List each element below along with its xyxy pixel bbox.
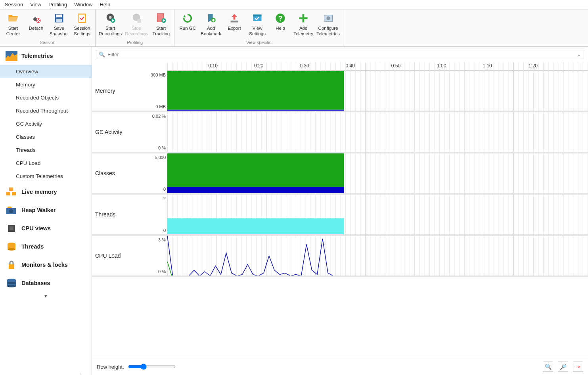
- sidebar-expand-arrow[interactable]: ▾: [0, 292, 92, 300]
- chart-row-classes[interactable]: Classes 5,0000: [92, 153, 588, 195]
- svg-rect-2: [56, 15, 62, 17]
- menu-help[interactable]: Help: [100, 2, 110, 8]
- help-icon: ?: [275, 13, 286, 24]
- svg-rect-9: [138, 19, 141, 23]
- fit-width-button[interactable]: ⇥: [573, 362, 583, 372]
- sidebar-section-databases[interactable]: Databases: [0, 274, 92, 292]
- sidebar-section-telemetries[interactable]: Telemetries: [0, 47, 92, 65]
- sidebar-item-cpu-load[interactable]: CPU Load: [0, 157, 92, 170]
- stop-record-icon: [131, 13, 142, 24]
- gear-icon: [323, 13, 334, 24]
- svg-rect-247: [167, 71, 344, 109]
- plug-disconnect-icon: [31, 13, 42, 24]
- toolbar-group-profiling: StartRecordings StopRecordings StartTrac…: [96, 10, 174, 46]
- help-button[interactable]: ?Help: [270, 11, 291, 38]
- y-max: 0.02 %: [147, 114, 166, 119]
- bookmark-add-icon: [205, 13, 216, 24]
- svg-point-19: [326, 16, 330, 20]
- record-icon: [105, 13, 116, 24]
- chart-row-gc-activity[interactable]: GC Activity 0.02 %0 %: [92, 112, 588, 153]
- start-center-button[interactable]: StartCenter: [2, 11, 24, 38]
- detach-button[interactable]: Detach: [25, 11, 47, 38]
- svg-rect-565: [167, 218, 344, 234]
- chart-row-threads[interactable]: Threads 20: [92, 195, 588, 236]
- clipboard-check-icon: [77, 13, 88, 24]
- add-bookmark-button[interactable]: AddBookmark: [200, 11, 222, 38]
- row-height-slider[interactable]: [128, 364, 176, 370]
- run-gc-button[interactable]: Run GC: [177, 11, 198, 38]
- sidebar-item-gc-activity[interactable]: GC Activity: [0, 117, 92, 130]
- svg-rect-21: [9, 188, 13, 191]
- svg-point-34: [7, 285, 16, 287]
- stop-recordings-button: StopRecordings: [124, 11, 149, 38]
- menu-window[interactable]: Window: [74, 2, 92, 8]
- session-settings-button[interactable]: SessionSettings: [71, 11, 93, 38]
- svg-point-25: [9, 209, 13, 213]
- content-area: 🔍 ⌄ 0:100:200:300:400:501:001:101:20 Mem…: [92, 47, 588, 375]
- sidebar-item-classes[interactable]: Classes: [0, 130, 92, 143]
- save-icon: [54, 13, 65, 24]
- sidebar-section-live-memory[interactable]: Live memory: [0, 183, 92, 201]
- cubes-icon: [6, 187, 17, 197]
- toolbar-group-view-specific: Run GC AddBookmark Export ViewSettings ?…: [174, 10, 343, 46]
- sidebar: Telemetries Overview Memory Recorded Obj…: [0, 47, 92, 375]
- sidebar-section-cpu-views[interactable]: CPU views: [0, 219, 92, 237]
- menubar: Session View Profiling Window Help: [0, 0, 588, 10]
- export-button[interactable]: Export: [224, 11, 245, 38]
- svg-rect-15: [253, 15, 262, 17]
- chart-label: Memory: [92, 71, 147, 111]
- sidebar-item-threads[interactable]: Threads: [0, 143, 92, 157]
- sidebar-item-recorded-objects[interactable]: Recorded Objects: [0, 91, 92, 104]
- plus-icon: [298, 13, 309, 24]
- menu-session[interactable]: Session: [5, 2, 23, 8]
- toolbar: StartCenter Detach SaveSnapshot SessionS…: [0, 10, 588, 47]
- svg-point-30: [8, 248, 15, 251]
- search-icon: 🔍: [99, 52, 105, 57]
- toolbar-group-session: StartCenter Detach SaveSnapshot SessionS…: [0, 10, 96, 46]
- camera-icon: [6, 205, 17, 215]
- svg-rect-459: [167, 153, 344, 187]
- y-max: 3 %: [147, 237, 166, 242]
- chart-row-memory[interactable]: Memory 300 MB0 MB: [92, 71, 588, 112]
- add-telemetry-button[interactable]: AddTelemetry: [293, 11, 314, 38]
- tracking-icon: [155, 13, 167, 24]
- zoom-out-button[interactable]: 🔎: [558, 362, 568, 372]
- filter-box[interactable]: 🔍 ⌄: [96, 50, 584, 59]
- charts-panel: 0:100:200:300:400:501:001:101:20 Memory …: [92, 62, 588, 358]
- chart-row-cpu-load[interactable]: CPU Load 3 %0 %: [92, 236, 588, 277]
- row-height-label: Row height:: [97, 364, 124, 370]
- y-min: 0: [147, 187, 166, 191]
- export-icon: [229, 13, 240, 24]
- window-check-icon: [252, 13, 263, 24]
- menu-profiling[interactable]: Profiling: [48, 2, 67, 8]
- svg-rect-246: [167, 109, 344, 111]
- sidebar-section-threads[interactable]: Threads: [0, 237, 92, 256]
- lock-icon: [6, 260, 17, 270]
- spool-icon: [6, 241, 17, 252]
- start-tracking-button[interactable]: StartTracking: [150, 11, 172, 38]
- sidebar-section-heap-walker[interactable]: Heap Walker: [0, 201, 92, 219]
- sidebar-section-monitors-locks[interactable]: Monitors & locks: [0, 256, 92, 274]
- sidebar-item-custom-telemetries[interactable]: Custom Telemetries: [0, 170, 92, 183]
- configure-telemetries-button[interactable]: ConfigureTelemetries: [316, 11, 341, 38]
- footer: Row height: 🔍 🔎 ⇥: [92, 358, 588, 375]
- database-icon: [6, 278, 17, 288]
- filter-input[interactable]: [107, 52, 577, 57]
- chevron-down-icon[interactable]: ⌄: [577, 52, 581, 57]
- sidebar-item-overview[interactable]: Overview: [0, 65, 92, 78]
- chip-icon: [6, 223, 17, 233]
- zoom-in-button[interactable]: 🔍: [543, 362, 553, 372]
- sidebar-item-recorded-throughput[interactable]: Recorded Throughput: [0, 104, 92, 117]
- watermark: JProfiler: [75, 373, 90, 375]
- svg-rect-3: [56, 19, 62, 22]
- save-snapshot-button[interactable]: SaveSnapshot: [48, 11, 70, 38]
- svg-rect-13: [231, 21, 238, 23]
- sidebar-item-memory[interactable]: Memory: [0, 78, 92, 91]
- folder-open-icon: [8, 13, 19, 24]
- start-recordings-button[interactable]: StartRecordings: [98, 11, 123, 38]
- view-settings-button[interactable]: ViewSettings: [247, 11, 268, 38]
- chart-label: Classes: [92, 153, 147, 193]
- y-min: 0: [147, 228, 166, 233]
- recycle-icon: [182, 13, 193, 24]
- menu-view[interactable]: View: [30, 2, 41, 8]
